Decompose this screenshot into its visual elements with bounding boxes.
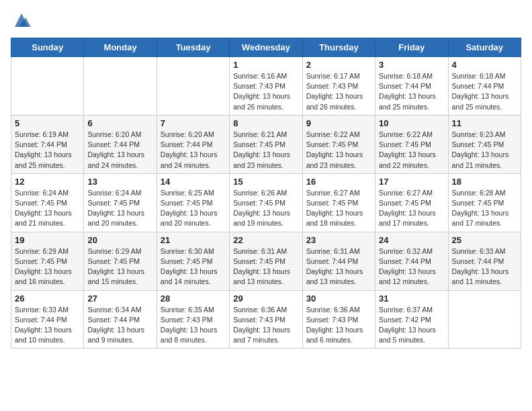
- day-info: Sunrise: 6:33 AM Sunset: 7:44 PM Dayligh…: [452, 246, 517, 287]
- calendar-cell: 11Sunrise: 6:23 AM Sunset: 7:45 PM Dayli…: [448, 115, 521, 173]
- day-number: 10: [379, 118, 444, 128]
- calendar-cell: 28Sunrise: 6:35 AM Sunset: 7:43 PM Dayli…: [157, 290, 229, 349]
- day-info: Sunrise: 6:27 AM Sunset: 7:45 PM Dayligh…: [306, 188, 371, 229]
- day-info: Sunrise: 6:18 AM Sunset: 7:44 PM Dayligh…: [379, 71, 444, 112]
- day-number: 25: [452, 235, 517, 245]
- day-number: 24: [379, 235, 444, 245]
- calendar-cell: 6Sunrise: 6:20 AM Sunset: 7:44 PM Daylig…: [84, 115, 157, 173]
- day-info: Sunrise: 6:25 AM Sunset: 7:45 PM Dayligh…: [161, 188, 226, 229]
- day-number: 6: [87, 118, 152, 128]
- day-info: Sunrise: 6:22 AM Sunset: 7:45 PM Dayligh…: [379, 130, 444, 171]
- day-info: Sunrise: 6:20 AM Sunset: 7:44 PM Dayligh…: [161, 130, 226, 171]
- calendar-week-1: 1Sunrise: 6:16 AM Sunset: 7:43 PM Daylig…: [11, 57, 521, 116]
- day-number: 26: [15, 293, 80, 304]
- day-number: 4: [452, 60, 517, 70]
- calendar-cell: 12Sunrise: 6:24 AM Sunset: 7:45 PM Dayli…: [11, 173, 84, 232]
- day-info: Sunrise: 6:24 AM Sunset: 7:45 PM Dayligh…: [15, 188, 80, 229]
- day-info: Sunrise: 6:36 AM Sunset: 7:43 PM Dayligh…: [306, 305, 371, 346]
- day-info: Sunrise: 6:29 AM Sunset: 7:45 PM Dayligh…: [87, 246, 152, 287]
- calendar-cell: 24Sunrise: 6:32 AM Sunset: 7:44 PM Dayli…: [375, 232, 448, 290]
- day-number: 22: [233, 235, 298, 245]
- day-info: Sunrise: 6:26 AM Sunset: 7:45 PM Dayligh…: [233, 188, 298, 229]
- calendar-cell: 4Sunrise: 6:18 AM Sunset: 7:44 PM Daylig…: [448, 57, 521, 116]
- day-number: 29: [233, 293, 298, 304]
- calendar-cell: 20Sunrise: 6:29 AM Sunset: 7:45 PM Dayli…: [84, 232, 157, 290]
- calendar-week-2: 5Sunrise: 6:19 AM Sunset: 7:44 PM Daylig…: [11, 115, 521, 173]
- day-header-sunday: Sunday: [11, 38, 84, 57]
- day-header-friday: Friday: [375, 38, 448, 57]
- calendar-cell: 5Sunrise: 6:19 AM Sunset: 7:44 PM Daylig…: [11, 115, 84, 173]
- calendar-cell: 7Sunrise: 6:20 AM Sunset: 7:44 PM Daylig…: [157, 115, 229, 173]
- day-number: 11: [452, 118, 517, 128]
- day-info: Sunrise: 6:27 AM Sunset: 7:45 PM Dayligh…: [379, 188, 444, 229]
- calendar-week-4: 19Sunrise: 6:29 AM Sunset: 7:45 PM Dayli…: [11, 232, 521, 290]
- calendar-cell: 26Sunrise: 6:33 AM Sunset: 7:44 PM Dayli…: [11, 290, 84, 349]
- day-number: 20: [87, 235, 152, 245]
- day-header-saturday: Saturday: [448, 38, 521, 57]
- calendar-cell: [157, 57, 229, 116]
- day-info: Sunrise: 6:35 AM Sunset: 7:43 PM Dayligh…: [161, 305, 226, 346]
- calendar-week-3: 12Sunrise: 6:24 AM Sunset: 7:45 PM Dayli…: [11, 173, 521, 232]
- day-info: Sunrise: 6:31 AM Sunset: 7:45 PM Dayligh…: [233, 246, 298, 287]
- calendar-cell: 15Sunrise: 6:26 AM Sunset: 7:45 PM Dayli…: [230, 173, 302, 232]
- day-info: Sunrise: 6:24 AM Sunset: 7:45 PM Dayligh…: [87, 188, 152, 229]
- day-number: 27: [87, 293, 152, 304]
- day-number: 14: [161, 177, 226, 187]
- day-info: Sunrise: 6:20 AM Sunset: 7:44 PM Dayligh…: [87, 130, 152, 171]
- calendar-week-5: 26Sunrise: 6:33 AM Sunset: 7:44 PM Dayli…: [11, 290, 521, 349]
- day-number: 21: [161, 235, 226, 245]
- day-number: 18: [452, 177, 517, 187]
- day-number: 15: [233, 177, 298, 187]
- day-number: 28: [161, 293, 226, 304]
- day-number: 16: [306, 177, 371, 187]
- day-info: Sunrise: 6:31 AM Sunset: 7:44 PM Dayligh…: [306, 246, 371, 287]
- day-number: 31: [379, 293, 444, 304]
- calendar-cell: 29Sunrise: 6:36 AM Sunset: 7:43 PM Dayli…: [230, 290, 302, 349]
- calendar-cell: 3Sunrise: 6:18 AM Sunset: 7:44 PM Daylig…: [375, 57, 448, 116]
- day-info: Sunrise: 6:36 AM Sunset: 7:43 PM Dayligh…: [233, 305, 298, 346]
- calendar-cell: 22Sunrise: 6:31 AM Sunset: 7:45 PM Dayli…: [230, 232, 302, 290]
- day-number: 2: [306, 60, 371, 70]
- calendar-cell: [84, 57, 157, 116]
- day-number: 3: [379, 60, 444, 70]
- day-header-monday: Monday: [84, 38, 157, 57]
- day-header-wednesday: Wednesday: [230, 38, 302, 57]
- calendar-cell: 8Sunrise: 6:21 AM Sunset: 7:45 PM Daylig…: [230, 115, 302, 173]
- day-info: Sunrise: 6:33 AM Sunset: 7:44 PM Dayligh…: [15, 305, 80, 346]
- page-header: [11, 11, 521, 30]
- calendar-cell: 18Sunrise: 6:28 AM Sunset: 7:45 PM Dayli…: [448, 173, 521, 232]
- calendar-cell: 21Sunrise: 6:30 AM Sunset: 7:45 PM Dayli…: [157, 232, 229, 290]
- day-info: Sunrise: 6:30 AM Sunset: 7:45 PM Dayligh…: [161, 246, 226, 287]
- day-number: 7: [161, 118, 226, 128]
- calendar-cell: 1Sunrise: 6:16 AM Sunset: 7:43 PM Daylig…: [230, 57, 302, 116]
- day-number: 5: [15, 118, 80, 128]
- day-header-tuesday: Tuesday: [157, 38, 229, 57]
- calendar-cell: 25Sunrise: 6:33 AM Sunset: 7:44 PM Dayli…: [448, 232, 521, 290]
- day-info: Sunrise: 6:23 AM Sunset: 7:45 PM Dayligh…: [452, 130, 517, 171]
- day-number: 30: [306, 293, 371, 304]
- calendar-cell: 27Sunrise: 6:34 AM Sunset: 7:44 PM Dayli…: [84, 290, 157, 349]
- calendar-cell: [448, 290, 521, 349]
- calendar-cell: [11, 57, 84, 116]
- day-number: 9: [306, 118, 371, 128]
- calendar-cell: 17Sunrise: 6:27 AM Sunset: 7:45 PM Dayli…: [375, 173, 448, 232]
- day-number: 12: [15, 177, 80, 187]
- calendar-cell: 23Sunrise: 6:31 AM Sunset: 7:44 PM Dayli…: [302, 232, 375, 290]
- calendar-cell: 30Sunrise: 6:36 AM Sunset: 7:43 PM Dayli…: [302, 290, 375, 349]
- calendar-cell: 31Sunrise: 6:37 AM Sunset: 7:42 PM Dayli…: [375, 290, 448, 349]
- day-number: 1: [233, 60, 298, 70]
- logo: [11, 11, 31, 30]
- day-info: Sunrise: 6:32 AM Sunset: 7:44 PM Dayligh…: [379, 246, 444, 287]
- day-number: 17: [379, 177, 444, 187]
- day-info: Sunrise: 6:29 AM Sunset: 7:45 PM Dayligh…: [15, 246, 80, 287]
- day-number: 19: [15, 235, 80, 245]
- logo-icon: [12, 11, 31, 30]
- calendar-header-row: SundayMondayTuesdayWednesdayThursdayFrid…: [11, 38, 521, 57]
- day-number: 8: [233, 118, 298, 128]
- calendar-cell: 14Sunrise: 6:25 AM Sunset: 7:45 PM Dayli…: [157, 173, 229, 232]
- calendar-cell: 13Sunrise: 6:24 AM Sunset: 7:45 PM Dayli…: [84, 173, 157, 232]
- calendar-cell: 19Sunrise: 6:29 AM Sunset: 7:45 PM Dayli…: [11, 232, 84, 290]
- day-info: Sunrise: 6:21 AM Sunset: 7:45 PM Dayligh…: [233, 130, 298, 171]
- calendar-cell: 10Sunrise: 6:22 AM Sunset: 7:45 PM Dayli…: [375, 115, 448, 173]
- calendar-cell: 9Sunrise: 6:22 AM Sunset: 7:45 PM Daylig…: [302, 115, 375, 173]
